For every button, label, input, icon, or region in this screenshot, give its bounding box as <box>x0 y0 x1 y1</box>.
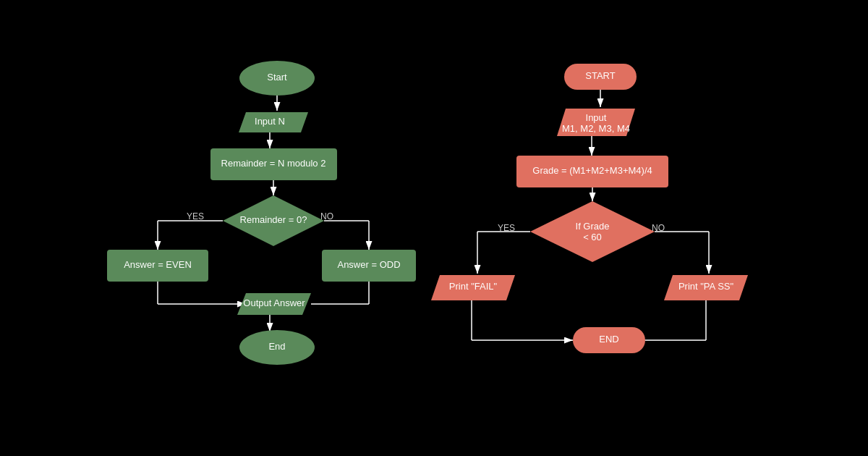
d2-input-shape <box>557 109 635 136</box>
d1-output-shape <box>237 293 311 315</box>
d1-process-shape <box>210 148 337 180</box>
d1-even-shape <box>107 250 208 282</box>
d2-pass-shape <box>664 275 748 300</box>
d1-yes-label: YES <box>187 211 204 221</box>
d2-start-shape <box>564 64 637 90</box>
d1-odd-shape <box>322 250 416 282</box>
d1-start-shape <box>239 61 315 96</box>
d1-end-shape <box>239 330 315 365</box>
d1-input-shape <box>239 112 308 132</box>
d2-end-shape <box>573 327 645 353</box>
flowchart-container: Start Input N Remainder = N modulo 2 Rem… <box>0 0 868 456</box>
d2-decision-shape <box>530 201 655 262</box>
d2-fail-shape <box>431 275 515 300</box>
d2-process-shape <box>516 156 668 187</box>
d1-decision-shape <box>223 195 324 246</box>
